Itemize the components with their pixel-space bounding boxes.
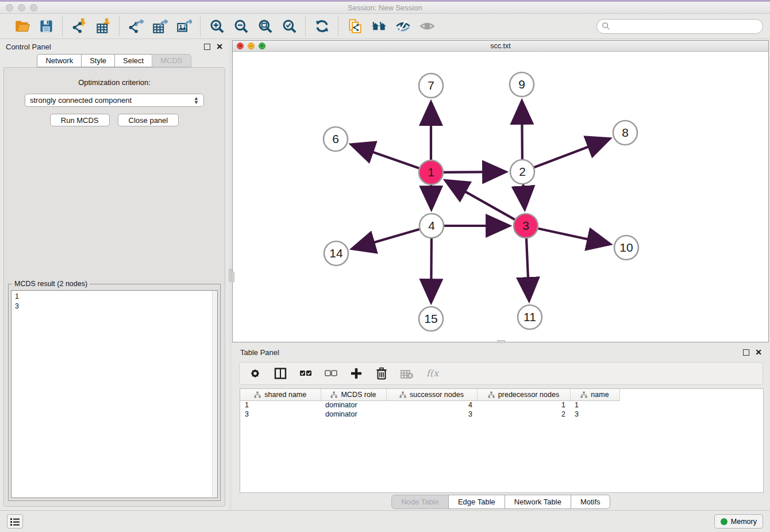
- mcds-panel: Optimization criterion: strongly connect…: [3, 67, 225, 507]
- search-input[interactable]: [596, 19, 763, 34]
- tab-motifs[interactable]: Motifs: [571, 495, 610, 509]
- node-1[interactable]: 1: [419, 160, 443, 184]
- table-panel-float-button[interactable]: [743, 349, 749, 356]
- trash-icon: [375, 367, 388, 380]
- memory-button[interactable]: Memory: [714, 514, 763, 529]
- table-settings-button[interactable]: [247, 365, 264, 382]
- zoom-in-icon: [209, 18, 225, 34]
- tab-select[interactable]: Select: [114, 54, 152, 67]
- refresh-layout-button[interactable]: [313, 17, 331, 36]
- deselect-all-icon: [324, 367, 338, 380]
- import-table-button[interactable]: [94, 17, 112, 36]
- status-bar: Memory: [0, 510, 770, 532]
- control-panel-float-button[interactable]: [204, 44, 210, 50]
- maximize-window-button[interactable]: [30, 4, 37, 11]
- node-4[interactable]: 4: [419, 214, 444, 238]
- minimize-window-button[interactable]: [18, 4, 25, 11]
- table-panel-close-button[interactable]: ✕: [755, 349, 762, 356]
- mcds-result-text[interactable]: 1 3: [11, 290, 218, 498]
- clone-network-button[interactable]: [345, 17, 364, 36]
- columns-icon: [274, 367, 287, 380]
- column-grip-icon: [399, 391, 406, 398]
- list-icon: [10, 517, 20, 526]
- node-9[interactable]: 9: [510, 72, 534, 97]
- deselect-all-rows-button[interactable]: [322, 365, 340, 382]
- node-14[interactable]: 14: [324, 241, 348, 265]
- table-panel-header: Table Panel ✕: [232, 345, 770, 360]
- zoom-fit-icon: [257, 18, 273, 34]
- edge-3-11: [526, 238, 529, 300]
- node-10[interactable]: 10: [614, 236, 638, 260]
- main-area: Control Panel ✕ NetworkStyleSelectMCDS O…: [0, 39, 770, 510]
- result-scrollbar[interactable]: [212, 291, 217, 498]
- node-6[interactable]: 6: [324, 127, 348, 151]
- node-2[interactable]: 2: [510, 160, 534, 184]
- run-mcds-button[interactable]: Run MCDS: [50, 114, 110, 126]
- tab-network[interactable]: Network: [37, 54, 82, 67]
- zoom-selected-button[interactable]: [280, 17, 298, 36]
- column-header-MCDS-role[interactable]: MCDS role: [321, 389, 386, 400]
- zoom-in-button[interactable]: [207, 17, 226, 36]
- edge-4-15: [431, 238, 432, 302]
- network-close-button[interactable]: ✕: [237, 43, 244, 49]
- column-grip-icon: [580, 391, 587, 398]
- criterion-dropdown[interactable]: strongly connected component ▲▼: [25, 94, 204, 107]
- node-11[interactable]: 11: [518, 305, 542, 329]
- add-column-button[interactable]: [348, 365, 365, 382]
- column-header-successor-nodes[interactable]: successor nodes: [386, 389, 477, 400]
- save-session-button[interactable]: [37, 17, 55, 36]
- delete-column-button[interactable]: [373, 365, 390, 382]
- node-table: shared nameMCDS rolesuccessor nodesprede…: [240, 388, 764, 493]
- select-all-icon: [299, 367, 313, 380]
- close-panel-button[interactable]: Close panel: [118, 114, 179, 126]
- task-history-button[interactable]: [7, 514, 23, 529]
- hide-graphics-details-button[interactable]: [394, 17, 412, 36]
- node-8[interactable]: 8: [613, 121, 637, 145]
- export-network-button[interactable]: [126, 17, 145, 36]
- svg-text:3: 3: [522, 219, 529, 232]
- table-panel-tabs: Node TableEdge TableNetwork TableMotifs: [232, 493, 770, 510]
- svg-text:4: 4: [428, 219, 435, 232]
- network-zoom-button[interactable]: +: [259, 43, 265, 49]
- search-container: [596, 19, 763, 34]
- node-15[interactable]: 15: [419, 307, 443, 331]
- svg-text:2: 2: [519, 165, 526, 178]
- open-session-button[interactable]: [13, 17, 31, 36]
- close-window-button[interactable]: [6, 4, 13, 11]
- node-3[interactable]: 3: [514, 214, 538, 238]
- zoom-fit-button[interactable]: [256, 17, 274, 36]
- show-graphics-details-button: [418, 17, 436, 36]
- zoom-selected-icon: [282, 18, 297, 34]
- column-header-name[interactable]: name: [570, 389, 619, 400]
- import-network-button[interactable]: [70, 17, 88, 36]
- control-panel-close-button[interactable]: ✕: [216, 44, 223, 50]
- tab-style[interactable]: Style: [81, 54, 115, 67]
- window-controls: [6, 4, 37, 11]
- edge-1-6: [352, 145, 419, 168]
- tab-mcds[interactable]: MCDS: [152, 54, 191, 67]
- network-canvas[interactable]: 7968124314101511: [233, 52, 768, 342]
- network-view-window: ✕ − + scc.txt 7968124314101511: [232, 40, 769, 342]
- tab-network-table[interactable]: Network Table: [505, 495, 571, 509]
- column-grip-icon: [254, 391, 261, 398]
- bottom-resize-grip[interactable]: [497, 340, 505, 343]
- column-header-predecessor-nodes[interactable]: predecessor nodes: [477, 389, 570, 400]
- tab-edge-table[interactable]: Edge Table: [448, 495, 505, 509]
- node-7[interactable]: 7: [419, 74, 443, 98]
- export-table-button[interactable]: [151, 17, 169, 36]
- left-resize-grip[interactable]: [232, 272, 234, 282]
- select-all-rows-button[interactable]: [297, 365, 314, 382]
- toggle-columns-button[interactable]: [272, 365, 289, 382]
- zoom-out-button[interactable]: [232, 17, 250, 36]
- network-window-titlebar: ✕ − + scc.txt: [233, 41, 768, 52]
- eye-slash-icon: [395, 18, 411, 34]
- first-neighbors-button[interactable]: [369, 17, 388, 36]
- table-row[interactable]: 3dominator323: [240, 410, 619, 419]
- svg-text:f(x): f(x): [426, 368, 439, 379]
- tab-node-table[interactable]: Node Table: [391, 495, 449, 509]
- column-header-shared-name[interactable]: shared name: [240, 389, 321, 400]
- delete-table-icon: [400, 367, 414, 380]
- export-image-button[interactable]: [175, 17, 193, 36]
- table-row[interactable]: 1dominator411: [240, 400, 619, 410]
- network-minimize-button[interactable]: −: [248, 43, 255, 49]
